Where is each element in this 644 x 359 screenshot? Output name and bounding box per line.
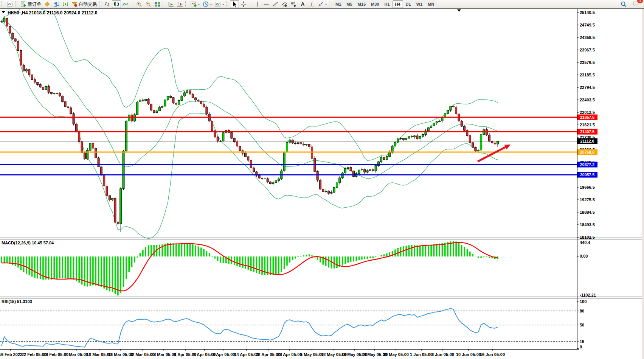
toolbar-grip — [249, 1, 251, 7]
trader-icon — [53, 1, 59, 7]
cursor-button[interactable] — [230, 0, 239, 8]
horizontal-line-button[interactable] — [262, 0, 271, 8]
timeframe-d1-button[interactable]: D1 — [403, 0, 414, 8]
vertical-line-button[interactable] — [253, 0, 262, 8]
timeframe-h1-button[interactable]: H1 — [382, 0, 392, 8]
templates-button[interactable]: ▾ — [213, 0, 225, 8]
new-order-button-label: 新订单 — [28, 1, 41, 8]
rsi-axis-label: 15 — [580, 339, 584, 344]
cursor-icon — [231, 1, 237, 7]
autotrading-button[interactable]: 自动交易 — [70, 0, 98, 8]
equidistant-channel-button[interactable]: E — [280, 0, 289, 8]
bar-chart-button[interactable] — [103, 0, 112, 8]
svg-text:F: F — [294, 5, 296, 8]
macd-axis-label: 0.00 — [580, 254, 588, 258]
clock-icon — [203, 1, 209, 7]
toolbar-grip — [99, 1, 102, 7]
toolbar-grip — [163, 1, 165, 7]
time-tick-label: 4 Mar 05:00 — [65, 352, 88, 357]
macd-axis-label: -1102.21 — [580, 293, 596, 297]
price-tick-label: 18493.5 — [580, 222, 595, 227]
chart-title: HK50-,H4 21018.0 21116.0 20924.0 21112.0 — [8, 10, 98, 16]
timeframe-m5-button[interactable]: M5 — [344, 0, 355, 8]
trendline-button[interactable] — [271, 0, 280, 8]
svg-text:T: T — [310, 2, 313, 6]
timeframe-h4-button[interactable]: H4 — [393, 0, 403, 8]
toolbar-grip — [15, 1, 18, 7]
chart-doc-icon — [7, 1, 13, 7]
charts-list-button[interactable] — [5, 0, 14, 8]
timeframe-m1-button[interactable]: M1 — [333, 0, 344, 8]
toolbar-grip — [329, 1, 332, 7]
chart-canvas[interactable]: 25140.524749.524358.523967.523576.523185… — [0, 9, 644, 359]
rsi-axis-label: 50 — [580, 323, 584, 327]
window-edge — [642, 9, 644, 359]
textA-icon: A — [299, 1, 306, 7]
time-tick-label: 30 May 05:00 — [383, 352, 409, 357]
timeframe-m30-button[interactable]: M30 — [368, 0, 382, 8]
search-icon — [621, 1, 627, 7]
chevron-down-icon: ▾ — [222, 3, 224, 6]
textT-icon: T — [309, 1, 315, 7]
price-line-badge: 21407.5 — [580, 129, 594, 134]
price-tick-label: 18102.5 — [580, 235, 595, 239]
toolbar-grip — [185, 1, 188, 7]
candles-icon — [113, 1, 119, 7]
price-tick-label: 24749.5 — [580, 23, 595, 27]
macd-axis-label: 440.4 — [580, 240, 590, 245]
price-tick-label: 25140.5 — [580, 10, 595, 15]
rsi-axis-label: 0 — [580, 345, 582, 349]
zoom-out-button[interactable] — [144, 0, 153, 8]
timeframe-w1-button[interactable]: W1 — [414, 0, 425, 8]
text-label-button[interactable]: T — [307, 0, 316, 8]
svg-text:E: E — [285, 5, 287, 8]
time-tick-label: 28 Feb 05:00 — [43, 352, 68, 357]
price-line-badge: 20768.0 — [580, 150, 594, 154]
chart-window[interactable]: 25140.524749.524358.523967.523576.523185… — [0, 9, 644, 359]
fibonacci-button[interactable]: F — [289, 0, 298, 8]
rsi-label: RSI(15) 51.3103 — [2, 299, 32, 304]
time-tick-label: 6 Jun 05:00 — [431, 352, 454, 357]
auto-scroll-button[interactable] — [166, 0, 175, 8]
arrows-button[interactable]: ▾ — [316, 0, 328, 8]
time-tick-label: 8 Apr 05:00 — [213, 352, 235, 357]
funnel-icon — [71, 1, 78, 7]
fibo-icon: F — [290, 1, 296, 7]
data-window-button[interactable] — [52, 0, 61, 8]
zoom-in-button[interactable] — [135, 0, 144, 8]
chart-shift-button[interactable] — [175, 0, 185, 8]
timeframe-m15-button[interactable]: M15 — [355, 0, 368, 8]
signals-button[interactable] — [61, 0, 70, 8]
timeframe-mn-button[interactable]: MN — [425, 0, 437, 8]
channel-icon: E — [281, 1, 287, 7]
price-tick-label: 23967.5 — [580, 48, 595, 52]
price-tick-label: 22012.5 — [580, 110, 595, 115]
curve-icon — [123, 1, 129, 7]
tile-windows-button[interactable] — [153, 0, 162, 8]
macd-label: MACD(12,26,9) 10.45 57.04 — [2, 241, 54, 245]
search-button[interactable] — [619, 0, 628, 8]
signal-icon — [62, 1, 68, 7]
price-tick-label: 22403.5 — [580, 98, 595, 102]
indicators-button[interactable]: ▾ — [189, 0, 201, 8]
bars-icon — [104, 1, 110, 7]
toolbar: 新订单自动交易▾▾▾EFAT▾M1M5M15M30H1H4D1W1MN1 — [0, 0, 644, 9]
line-chart-button[interactable] — [121, 0, 130, 8]
vline-icon — [254, 1, 260, 7]
marketwatch-button[interactable] — [43, 0, 52, 8]
rsi-axis-label: 80 — [580, 309, 584, 313]
notification-count-badge: 1 — [637, 0, 643, 3]
time-tick-label: 14 Apr 05:00 — [234, 352, 259, 357]
time-tick-label: 1 Jun 05:00 — [410, 352, 433, 357]
tiles-icon — [154, 1, 160, 7]
shift-icon — [177, 1, 183, 7]
text-button[interactable]: A — [298, 0, 307, 8]
candle-chart-button[interactable] — [112, 0, 121, 8]
new-order-button[interactable]: 新订单 — [19, 0, 43, 8]
price-tick-label: 23576.5 — [580, 60, 595, 65]
crosshair-button[interactable] — [239, 0, 248, 8]
time-tick-label: 16 Feb 2022 — [0, 352, 22, 357]
time-tick-label: 5 May 05:00 — [300, 352, 324, 357]
periods-button[interactable]: ▾ — [201, 0, 213, 8]
mt4-app: 新订单自动交易▾▾▾EFAT▾M1M5M15M30H1H4D1W1MN1 251… — [0, 0, 644, 359]
